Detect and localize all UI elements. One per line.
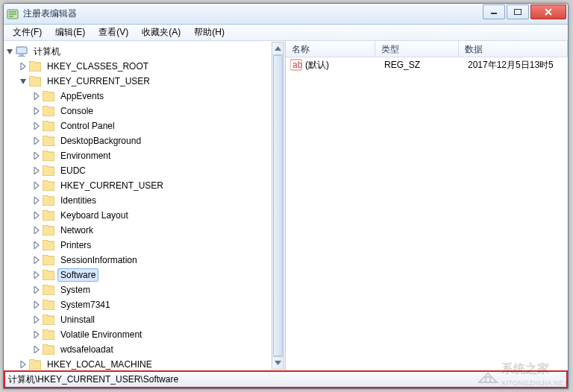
tree-item-label: Volatile Environment xyxy=(57,328,145,341)
expand-closed-icon[interactable] xyxy=(32,121,41,130)
col-type[interactable]: 类型 xyxy=(375,41,459,57)
expand-closed-icon[interactable] xyxy=(32,196,41,205)
tree-hkcu-child[interactable]: EUDC xyxy=(5,163,285,178)
tree-item-label: HKEY_LOCAL_MACHINE xyxy=(44,358,155,370)
svg-rect-4 xyxy=(491,13,497,14)
close-button[interactable] xyxy=(530,4,566,19)
expand-closed-icon[interactable] xyxy=(32,285,41,294)
tree-hkcu-child[interactable]: AppEvents xyxy=(5,89,285,104)
tree-hkcu-child[interactable]: Network xyxy=(5,223,285,238)
scroll-thumb[interactable] xyxy=(273,55,283,356)
expand-closed-icon[interactable] xyxy=(19,360,28,369)
folder-icon xyxy=(43,106,54,116)
statusbar: 计算机\HKEY_CURRENT_USER\Software xyxy=(4,370,568,388)
tree-item-label: Keyboard Layout xyxy=(57,209,131,222)
folder-icon xyxy=(43,255,54,265)
menu-file[interactable]: 文件(F) xyxy=(7,25,48,40)
expand-closed-icon[interactable] xyxy=(32,315,41,324)
tree-pane: 计算机HKEY_CLASSES_ROOTHKEY_CURRENT_USERApp… xyxy=(4,41,286,370)
scroll-track[interactable] xyxy=(272,55,284,356)
tree-item-label: Printers xyxy=(57,238,94,252)
expand-closed-icon[interactable] xyxy=(32,166,41,175)
tree-hkcu-child[interactable]: Uninstall xyxy=(5,312,285,327)
expand-closed-icon[interactable] xyxy=(32,136,41,145)
expand-closed-icon[interactable] xyxy=(32,256,41,265)
tree-hkcu-child[interactable]: Volatile Environment xyxy=(5,327,285,342)
tree-hkcu-child[interactable]: DesktopBackground xyxy=(5,133,285,148)
tree-hkcu-child[interactable]: Identities xyxy=(5,193,285,208)
tree-root[interactable]: 计算机 xyxy=(5,44,285,59)
expand-closed-icon[interactable] xyxy=(19,62,28,71)
expand-closed-icon[interactable] xyxy=(32,181,41,190)
tree-hkcu-child[interactable]: wdsafeloadat xyxy=(5,342,285,357)
tree-item-label: Control Panel xyxy=(57,119,118,133)
tree-item-label: Console xyxy=(57,104,96,118)
tree-hkcu-child[interactable]: Console xyxy=(5,104,285,118)
expand-closed-icon[interactable] xyxy=(32,211,41,220)
tree-hkcr[interactable]: HKEY_CLASSES_ROOT xyxy=(5,59,285,74)
folder-icon xyxy=(43,344,54,355)
expand-closed-icon[interactable] xyxy=(32,226,41,235)
maximize-button[interactable] xyxy=(507,4,529,19)
folder-icon xyxy=(43,165,54,176)
tree-hkcu-child[interactable]: Control Panel xyxy=(5,118,285,133)
tree-item-label: Environment xyxy=(57,149,113,162)
folder-icon xyxy=(29,359,41,370)
caption-buttons xyxy=(483,4,566,19)
tree-scrollbar[interactable] xyxy=(272,42,284,370)
expand-closed-icon[interactable] xyxy=(32,345,41,354)
expand-closed-icon[interactable] xyxy=(32,271,41,279)
tree-item-label: Software xyxy=(57,268,98,282)
tree-item-label: 计算机 xyxy=(31,44,63,60)
tree-hklm[interactable]: HKEY_LOCAL_MACHINE xyxy=(5,357,285,370)
tree-item-label: DesktopBackground xyxy=(57,134,144,148)
tree-item-label: Network xyxy=(57,224,96,237)
expand-closed-icon[interactable] xyxy=(32,330,41,339)
list-body: (默认)REG_SZ2017年12月5日13时5 xyxy=(286,57,568,370)
menu-edit[interactable]: 编辑(E) xyxy=(49,25,91,40)
tree-hkcu-child[interactable]: SessionInformation xyxy=(5,253,285,268)
value-type: REG_SZ xyxy=(378,60,462,70)
expand-closed-icon[interactable] xyxy=(32,241,41,250)
expand-open-icon[interactable] xyxy=(19,77,28,86)
folder-icon xyxy=(43,136,54,146)
menubar: 文件(F) 编辑(E) 查看(V) 收藏夹(A) 帮助(H) xyxy=(4,25,568,41)
scroll-up-button[interactable] xyxy=(272,42,284,55)
svg-rect-1 xyxy=(9,11,16,13)
app-icon xyxy=(7,8,19,20)
col-data[interactable]: 数据 xyxy=(459,41,568,57)
col-name[interactable]: 名称 xyxy=(286,41,375,57)
tree-hkcu-child[interactable]: HKEY_CURRENT_USER xyxy=(5,178,285,193)
menu-favorites[interactable]: 收藏夹(A) xyxy=(136,25,187,40)
list-header: 名称 类型 数据 xyxy=(286,41,568,57)
tree-item-label: AppEvents xyxy=(57,89,107,103)
tree-hkcu-child[interactable]: Environment xyxy=(5,148,285,163)
expand-closed-icon[interactable] xyxy=(32,107,41,116)
registry-editor-window: 注册表编辑器 文件(F) 编辑(E) 查看(V) 收藏夹(A) 帮助(H) 计算… xyxy=(3,3,569,389)
list-row[interactable]: (默认)REG_SZ2017年12月5日13时5 xyxy=(286,57,568,72)
expand-closed-icon[interactable] xyxy=(32,92,41,101)
content-split: 计算机HKEY_CLASSES_ROOTHKEY_CURRENT_USERApp… xyxy=(4,41,568,370)
tree-hkcu-child[interactable]: Software xyxy=(5,268,285,282)
tree-hkcu-child[interactable]: Keyboard Layout xyxy=(5,208,285,223)
tree-item-label: Identities xyxy=(57,194,99,207)
computer-icon xyxy=(16,46,28,57)
expand-closed-icon[interactable] xyxy=(32,300,41,309)
tree-hkcu-child[interactable]: System7341 xyxy=(5,297,285,312)
expand-closed-icon[interactable] xyxy=(32,151,41,160)
menu-view[interactable]: 查看(V) xyxy=(93,25,134,40)
minimize-button[interactable] xyxy=(483,4,505,19)
folder-icon xyxy=(29,61,41,72)
scroll-down-button[interactable] xyxy=(272,356,284,369)
folder-icon xyxy=(43,210,54,221)
tree-hkcu-child[interactable]: System xyxy=(5,282,285,297)
tree-hkcu[interactable]: HKEY_CURRENT_USER xyxy=(5,74,285,89)
menu-help[interactable]: 帮助(H) xyxy=(188,25,231,40)
folder-icon xyxy=(43,91,54,101)
folder-icon xyxy=(43,329,54,340)
expand-open-icon[interactable] xyxy=(5,47,14,56)
value-name: (默认) xyxy=(305,59,378,72)
svg-rect-5 xyxy=(515,9,522,14)
tree-hkcu-child[interactable]: Printers xyxy=(5,238,285,253)
tree-item-label: SessionInformation xyxy=(57,253,140,267)
